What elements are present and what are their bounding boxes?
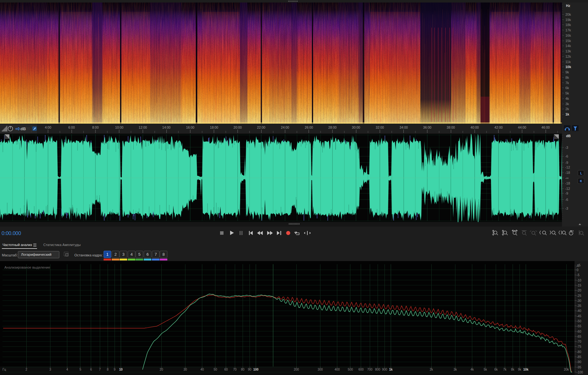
svg-text:-20: -20 — [577, 289, 581, 292]
svg-text:42:00: 42:00 — [494, 126, 503, 129]
svg-text:19k: 19k — [565, 18, 571, 22]
svg-text:7k: 7k — [565, 81, 569, 85]
svg-text:14k: 14k — [565, 44, 571, 48]
svg-text:-15: -15 — [577, 284, 581, 287]
svg-text:8:00: 8:00 — [92, 126, 99, 129]
svg-text:38:00: 38:00 — [447, 126, 455, 129]
svg-text:4:00: 4:00 — [45, 126, 51, 129]
svg-text:-6: -6 — [565, 154, 568, 158]
svg-text:-50: -50 — [577, 319, 581, 323]
svg-text:-30: -30 — [577, 299, 581, 303]
svg-text:00: 00 — [26, 126, 30, 131]
svg-text:-25: -25 — [577, 294, 581, 297]
svg-text:-55: -55 — [577, 324, 581, 328]
svg-text:50: 50 — [213, 368, 217, 371]
svg-text:17k: 17k — [565, 28, 571, 32]
svg-text:24:00: 24:00 — [281, 126, 289, 129]
svg-text:4k: 4k — [471, 368, 474, 371]
svg-text:6k: 6k — [565, 86, 569, 90]
svg-text:-5: -5 — [577, 273, 580, 277]
svg-text:-40: -40 — [577, 309, 581, 313]
svg-text:dB: dB — [20, 126, 26, 131]
svg-text:12k: 12k — [565, 55, 571, 58]
svg-text:34:00: 34:00 — [400, 126, 408, 129]
svg-text:26:00: 26:00 — [305, 126, 313, 129]
svg-text:15k: 15k — [565, 39, 571, 43]
svg-text:46:00: 46:00 — [542, 126, 550, 129]
svg-text:18:00: 18:00 — [210, 126, 218, 129]
svg-text:-65: -65 — [577, 335, 581, 338]
svg-text:20:00: 20:00 — [234, 126, 242, 129]
svg-text:-∞: -∞ — [565, 176, 569, 180]
svg-text:-18: -18 — [565, 181, 570, 185]
svg-text:0: 0 — [577, 268, 579, 272]
svg-text:-90: -90 — [577, 360, 581, 364]
svg-text:32:00: 32:00 — [376, 126, 384, 129]
svg-text:5: 5 — [79, 368, 81, 371]
svg-text:10k: 10k — [565, 65, 571, 69]
svg-text:-60: -60 — [577, 330, 581, 333]
svg-text:-9: -9 — [565, 191, 568, 195]
svg-text:36:00: 36:00 — [423, 126, 431, 129]
svg-text:-12: -12 — [565, 165, 570, 169]
svg-text:40:00: 40:00 — [471, 126, 479, 129]
svg-text:-70: -70 — [577, 340, 581, 343]
svg-text:44:00: 44:00 — [518, 126, 526, 129]
svg-text:-3: -3 — [565, 206, 568, 210]
svg-text:14:00: 14:00 — [162, 126, 170, 129]
svg-text:-85: -85 — [577, 355, 581, 359]
svg-text:-100: -100 — [577, 371, 583, 374]
svg-text:L: L — [580, 171, 582, 175]
svg-text:12:00: 12:00 — [139, 126, 147, 129]
svg-text:16k: 16k — [565, 34, 571, 37]
svg-text:3k: 3k — [565, 102, 569, 106]
svg-text:-18: -18 — [565, 171, 570, 174]
svg-text:-95: -95 — [577, 366, 581, 369]
svg-text:-10: -10 — [577, 279, 581, 282]
svg-text:5k: 5k — [484, 368, 488, 371]
svg-text:6: 6 — [90, 368, 92, 371]
svg-text:16:00: 16:00 — [186, 126, 194, 129]
svg-text:500: 500 — [348, 368, 353, 371]
svg-text:13k: 13k — [565, 49, 571, 53]
svg-text:6k: 6k — [494, 368, 498, 371]
svg-text:18k: 18k — [565, 23, 571, 27]
svg-text:5k: 5k — [565, 91, 569, 95]
svg-text:Гц: Гц — [3, 368, 6, 371]
svg-text:11k: 11k — [565, 60, 571, 64]
svg-text:28:00: 28:00 — [328, 126, 337, 129]
svg-text:30:00: 30:00 — [352, 126, 360, 129]
svg-text:-9: -9 — [565, 161, 568, 164]
svg-text:60: 60 — [224, 368, 228, 371]
svg-text:22:00: 22:00 — [257, 126, 265, 129]
svg-text:6:00: 6:00 — [68, 126, 75, 129]
svg-text:-75: -75 — [577, 345, 581, 348]
svg-text:K: K — [580, 179, 582, 183]
svg-text:9k: 9k — [565, 70, 569, 74]
svg-text:-35: -35 — [577, 304, 581, 308]
svg-text:дБ: дБ — [577, 264, 581, 267]
svg-text:-3: -3 — [565, 146, 568, 149]
svg-text:Hz: Hz — [566, 4, 570, 8]
svg-text:+0: +0 — [15, 126, 20, 131]
svg-text:8k: 8k — [565, 76, 569, 79]
svg-text:1k: 1k — [565, 112, 569, 116]
svg-text:4k: 4k — [565, 97, 569, 100]
svg-text:-6: -6 — [565, 198, 568, 201]
svg-text:-80: -80 — [577, 350, 581, 354]
svg-text:2k: 2k — [565, 107, 569, 111]
svg-text:20k: 20k — [565, 13, 571, 16]
svg-text:600: 600 — [359, 368, 364, 371]
svg-text:10:00: 10:00 — [115, 126, 123, 129]
svg-text:-12: -12 — [565, 187, 570, 190]
svg-text:-45: -45 — [577, 314, 581, 318]
svg-text:Анализированое выделение: Анализированое выделение — [4, 265, 50, 269]
svg-text:dB: dB — [566, 134, 571, 138]
